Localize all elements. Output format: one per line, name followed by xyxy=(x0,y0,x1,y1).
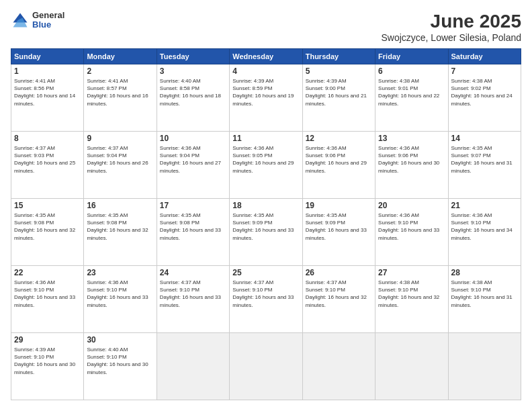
calendar-day-header: Wednesday xyxy=(230,49,302,64)
calendar-day-cell: 6Sunrise: 4:38 AMSunset: 9:01 PMDaylight… xyxy=(375,64,448,132)
calendar-day-header: Monday xyxy=(84,49,157,64)
day-number: 30 xyxy=(87,335,153,345)
day-number: 18 xyxy=(232,201,299,210)
page: General Blue June 2025 Swojczyce, Lower … xyxy=(0,0,532,411)
day-number: 26 xyxy=(306,268,372,277)
day-number: 3 xyxy=(160,66,226,76)
day-detail: Sunrise: 4:37 AMSunset: 9:10 PMDaylight:… xyxy=(306,279,372,309)
day-detail: Sunrise: 4:40 AMSunset: 9:10 PMDaylight:… xyxy=(87,346,153,376)
calendar-day-cell: 29Sunrise: 4:39 AMSunset: 9:10 PMDayligh… xyxy=(11,333,84,400)
day-detail: Sunrise: 4:35 AMSunset: 9:08 PMDaylight:… xyxy=(14,212,81,242)
calendar-day-cell: 8Sunrise: 4:37 AMSunset: 9:03 PMDaylight… xyxy=(11,132,84,199)
calendar-day-cell: 18Sunrise: 4:35 AMSunset: 9:09 PMDayligh… xyxy=(230,199,302,266)
day-detail: Sunrise: 4:39 AMSunset: 9:10 PMDaylight:… xyxy=(14,346,81,376)
calendar-day-cell: 10Sunrise: 4:36 AMSunset: 9:04 PMDayligh… xyxy=(157,132,229,199)
day-number: 9 xyxy=(87,134,153,143)
title-block: June 2025 Swojczyce, Lower Silesia, Pola… xyxy=(381,11,521,43)
calendar-table: SundayMondayTuesdayWednesdayThursdayFrid… xyxy=(11,48,521,400)
day-detail: Sunrise: 4:38 AMSunset: 9:01 PMDaylight:… xyxy=(378,77,445,107)
calendar-day-cell xyxy=(448,333,521,400)
day-detail: Sunrise: 4:37 AMSunset: 9:04 PMDaylight:… xyxy=(87,144,153,175)
calendar-day-cell xyxy=(230,333,302,400)
calendar-day-cell: 25Sunrise: 4:37 AMSunset: 9:10 PMDayligh… xyxy=(230,266,302,333)
calendar-day-cell: 28Sunrise: 4:38 AMSunset: 9:10 PMDayligh… xyxy=(448,266,521,333)
calendar-day-cell: 12Sunrise: 4:36 AMSunset: 9:06 PMDayligh… xyxy=(302,132,375,199)
day-detail: Sunrise: 4:38 AMSunset: 9:10 PMDaylight:… xyxy=(378,279,445,309)
calendar-day-cell: 21Sunrise: 4:36 AMSunset: 9:10 PMDayligh… xyxy=(448,199,521,266)
day-number: 29 xyxy=(14,335,81,345)
day-number: 25 xyxy=(232,268,299,277)
day-number: 27 xyxy=(378,268,445,277)
calendar-day-cell: 27Sunrise: 4:38 AMSunset: 9:10 PMDayligh… xyxy=(375,266,448,333)
day-detail: Sunrise: 4:38 AMSunset: 9:02 PMDaylight:… xyxy=(451,77,518,107)
calendar-day-header: Saturday xyxy=(448,49,521,64)
day-detail: Sunrise: 4:39 AMSunset: 9:00 PMDaylight:… xyxy=(306,77,372,107)
day-number: 19 xyxy=(306,201,372,210)
calendar-day-cell: 13Sunrise: 4:36 AMSunset: 9:06 PMDayligh… xyxy=(375,132,448,199)
day-detail: Sunrise: 4:36 AMSunset: 9:06 PMDaylight:… xyxy=(378,144,445,175)
day-detail: Sunrise: 4:38 AMSunset: 9:10 PMDaylight:… xyxy=(451,279,518,309)
calendar-day-cell: 30Sunrise: 4:40 AMSunset: 9:10 PMDayligh… xyxy=(84,333,157,400)
day-number: 2 xyxy=(87,66,153,76)
day-detail: Sunrise: 4:36 AMSunset: 9:10 PMDaylight:… xyxy=(14,279,81,309)
calendar-day-cell: 11Sunrise: 4:36 AMSunset: 9:05 PMDayligh… xyxy=(230,132,302,199)
day-detail: Sunrise: 4:41 AMSunset: 8:57 PMDaylight:… xyxy=(87,77,153,107)
logo: General Blue xyxy=(11,11,64,30)
calendar-week-row: 22Sunrise: 4:36 AMSunset: 9:10 PMDayligh… xyxy=(11,266,521,333)
calendar-day-cell: 14Sunrise: 4:35 AMSunset: 9:07 PMDayligh… xyxy=(448,132,521,199)
day-number: 23 xyxy=(87,268,153,277)
day-number: 4 xyxy=(232,66,299,76)
day-detail: Sunrise: 4:36 AMSunset: 9:04 PMDaylight:… xyxy=(160,144,226,175)
calendar-day-header: Tuesday xyxy=(157,49,229,64)
calendar-day-cell: 16Sunrise: 4:35 AMSunset: 9:08 PMDayligh… xyxy=(84,199,157,266)
day-number: 16 xyxy=(87,201,153,210)
calendar-day-cell xyxy=(157,333,229,400)
calendar-day-cell xyxy=(302,333,375,400)
day-number: 8 xyxy=(14,134,81,143)
calendar-day-cell: 22Sunrise: 4:36 AMSunset: 9:10 PMDayligh… xyxy=(11,266,84,333)
calendar-day-cell: 9Sunrise: 4:37 AMSunset: 9:04 PMDaylight… xyxy=(84,132,157,199)
day-number: 13 xyxy=(378,134,445,143)
day-number: 7 xyxy=(451,66,518,76)
calendar-day-cell: 2Sunrise: 4:41 AMSunset: 8:57 PMDaylight… xyxy=(84,64,157,132)
day-number: 21 xyxy=(451,201,518,210)
day-detail: Sunrise: 4:36 AMSunset: 9:06 PMDaylight:… xyxy=(306,144,372,175)
header: General Blue June 2025 Swojczyce, Lower … xyxy=(11,11,521,43)
calendar-day-cell: 5Sunrise: 4:39 AMSunset: 9:00 PMDaylight… xyxy=(302,64,375,132)
page-subtitle: Swojczyce, Lower Silesia, Poland xyxy=(381,32,521,43)
calendar-day-cell: 26Sunrise: 4:37 AMSunset: 9:10 PMDayligh… xyxy=(302,266,375,333)
day-number: 14 xyxy=(451,134,518,143)
day-detail: Sunrise: 4:40 AMSunset: 8:58 PMDaylight:… xyxy=(160,77,226,107)
calendar-day-cell: 3Sunrise: 4:40 AMSunset: 8:58 PMDaylight… xyxy=(157,64,229,132)
calendar-week-row: 29Sunrise: 4:39 AMSunset: 9:10 PMDayligh… xyxy=(11,333,521,400)
calendar-day-cell: 4Sunrise: 4:39 AMSunset: 8:59 PMDaylight… xyxy=(230,64,302,132)
day-number: 1 xyxy=(14,66,81,76)
day-number: 28 xyxy=(451,268,518,277)
day-detail: Sunrise: 4:35 AMSunset: 9:08 PMDaylight:… xyxy=(160,212,226,242)
calendar-day-cell: 20Sunrise: 4:36 AMSunset: 9:10 PMDayligh… xyxy=(375,199,448,266)
logo-general: General xyxy=(32,11,64,20)
calendar-day-cell: 19Sunrise: 4:35 AMSunset: 9:09 PMDayligh… xyxy=(302,199,375,266)
day-detail: Sunrise: 4:37 AMSunset: 9:03 PMDaylight:… xyxy=(14,144,81,175)
day-detail: Sunrise: 4:41 AMSunset: 8:56 PMDaylight:… xyxy=(14,77,81,107)
calendar-day-header: Friday xyxy=(375,49,448,64)
calendar-header-row: SundayMondayTuesdayWednesdayThursdayFrid… xyxy=(11,49,521,64)
page-title: June 2025 xyxy=(381,11,521,32)
calendar-day-cell: 17Sunrise: 4:35 AMSunset: 9:08 PMDayligh… xyxy=(157,199,229,266)
day-detail: Sunrise: 4:37 AMSunset: 9:10 PMDaylight:… xyxy=(232,279,299,309)
calendar-week-row: 15Sunrise: 4:35 AMSunset: 9:08 PMDayligh… xyxy=(11,199,521,266)
day-detail: Sunrise: 4:37 AMSunset: 9:10 PMDaylight:… xyxy=(160,279,226,309)
calendar-day-cell: 7Sunrise: 4:38 AMSunset: 9:02 PMDaylight… xyxy=(448,64,521,132)
calendar-week-row: 8Sunrise: 4:37 AMSunset: 9:03 PMDaylight… xyxy=(11,132,521,199)
day-number: 24 xyxy=(160,268,226,277)
day-number: 15 xyxy=(14,201,81,210)
day-detail: Sunrise: 4:35 AMSunset: 9:09 PMDaylight:… xyxy=(306,212,372,242)
day-number: 11 xyxy=(232,134,299,143)
day-detail: Sunrise: 4:36 AMSunset: 9:10 PMDaylight:… xyxy=(378,212,445,242)
day-number: 5 xyxy=(306,66,372,76)
day-number: 6 xyxy=(378,66,445,76)
day-number: 20 xyxy=(378,201,445,210)
day-detail: Sunrise: 4:36 AMSunset: 9:10 PMDaylight:… xyxy=(451,212,518,242)
calendar-day-cell: 23Sunrise: 4:36 AMSunset: 9:10 PMDayligh… xyxy=(84,266,157,333)
day-detail: Sunrise: 4:36 AMSunset: 9:05 PMDaylight:… xyxy=(232,144,299,175)
